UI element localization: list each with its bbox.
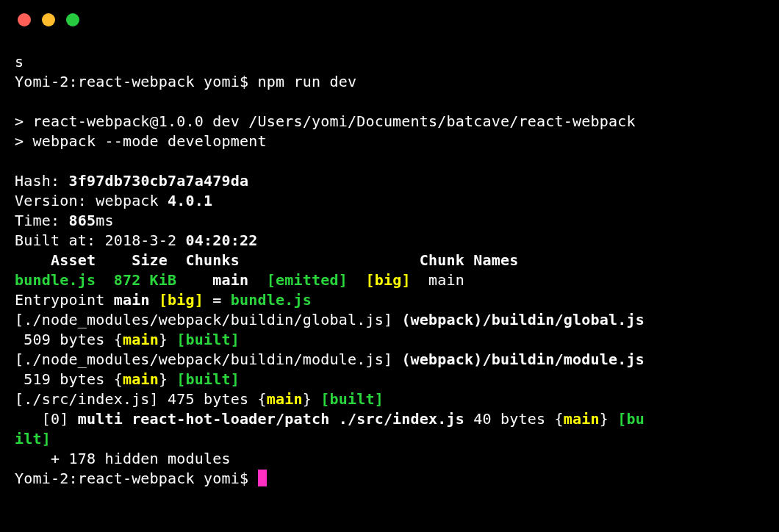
terminal-output[interactable]: s Yomi-2:react-webpack yomi$ npm run dev… bbox=[15, 52, 764, 489]
module-chunk: main bbox=[123, 370, 159, 388]
module-size: 509 bytes { bbox=[15, 331, 123, 348]
minimize-window-button[interactable] bbox=[42, 13, 55, 26]
entrypoint-big: [big] bbox=[159, 291, 204, 309]
version-label: Version: webpack bbox=[15, 192, 168, 209]
npm-script-line: > react-webpack@1.0.0 dev /Users/yomi/Do… bbox=[15, 112, 636, 130]
hash-value: 3f97db730cb7a7a479da bbox=[68, 172, 248, 190]
module-built: [built] bbox=[176, 331, 240, 348]
module-built: [built] bbox=[320, 390, 384, 408]
window-traffic-lights bbox=[18, 13, 764, 26]
time-value: 865 bbox=[68, 212, 96, 229]
asset-chunknames: main bbox=[411, 271, 464, 289]
module-desc: (webpack)/buildin/global.js bbox=[401, 311, 645, 328]
module-path: [./node_modules/webpack/buildin/module.j… bbox=[15, 351, 401, 368]
entrypoint-label: Entrypoint bbox=[15, 291, 114, 309]
prompt-line: Yomi-2:react-webpack yomi$ bbox=[15, 470, 258, 487]
time-suffix: ms bbox=[96, 212, 113, 229]
terminal-window: s Yomi-2:react-webpack yomi$ npm run dev… bbox=[0, 0, 779, 532]
module-built: [bu bbox=[617, 410, 645, 428]
built-value: 04:20:22 bbox=[186, 231, 258, 249]
module-chunk: main bbox=[123, 331, 159, 348]
module-chunk: main bbox=[564, 410, 600, 428]
entrypoint-main: main bbox=[114, 291, 159, 309]
module-path: [./node_modules/webpack/buildin/global.j… bbox=[15, 311, 401, 328]
module-brace: } bbox=[600, 410, 617, 428]
hash-label: Hash: bbox=[15, 172, 68, 190]
maximize-window-button[interactable] bbox=[66, 13, 79, 26]
module-index: [0] bbox=[15, 410, 78, 428]
asset-chunk-pre bbox=[176, 271, 212, 289]
module-size: 519 bytes { bbox=[15, 370, 123, 388]
hidden-modules: + 178 hidden modules bbox=[15, 450, 231, 467]
module-built-wrap: ilt] bbox=[15, 430, 51, 447]
cursor bbox=[258, 470, 267, 486]
col-chunknames: Chunk Names bbox=[240, 251, 518, 269]
asset-emitted: [emitted] bbox=[248, 271, 348, 289]
time-label: Time: bbox=[15, 212, 68, 229]
output-text: s bbox=[15, 53, 24, 71]
col-asset: Asset bbox=[15, 251, 96, 269]
asset-big: [big] bbox=[348, 271, 411, 289]
version-value: 4.0.1 bbox=[168, 192, 212, 209]
module-desc: multi react-hot-loader/patch ./src/index… bbox=[78, 410, 464, 428]
close-window-button[interactable] bbox=[18, 13, 31, 26]
asset-name: bundle.js bbox=[15, 271, 96, 289]
module-brace: } bbox=[159, 331, 176, 348]
asset-size: 872 KiB bbox=[96, 271, 176, 289]
module-brace: } bbox=[303, 390, 320, 408]
module-chunk: main bbox=[267, 390, 303, 408]
entrypoint-bundle: bundle.js bbox=[231, 291, 312, 309]
module-desc: (webpack)/buildin/module.js bbox=[401, 351, 645, 368]
asset-chunk: main bbox=[212, 271, 248, 289]
module-size: 40 bytes { bbox=[464, 410, 564, 428]
built-label: Built at: 2018-3-2 bbox=[15, 231, 186, 249]
module-built: [built] bbox=[176, 370, 240, 388]
module-brace: } bbox=[159, 370, 176, 388]
npm-script-line: > webpack --mode development bbox=[15, 132, 267, 150]
col-chunks: Chunks bbox=[168, 251, 240, 269]
col-size: Size bbox=[96, 251, 168, 269]
prompt-line: Yomi-2:react-webpack yomi$ npm run dev bbox=[15, 73, 356, 90]
module-path: [./src/index.js] 475 bytes { bbox=[15, 390, 267, 408]
entrypoint-eq: = bbox=[204, 291, 231, 309]
